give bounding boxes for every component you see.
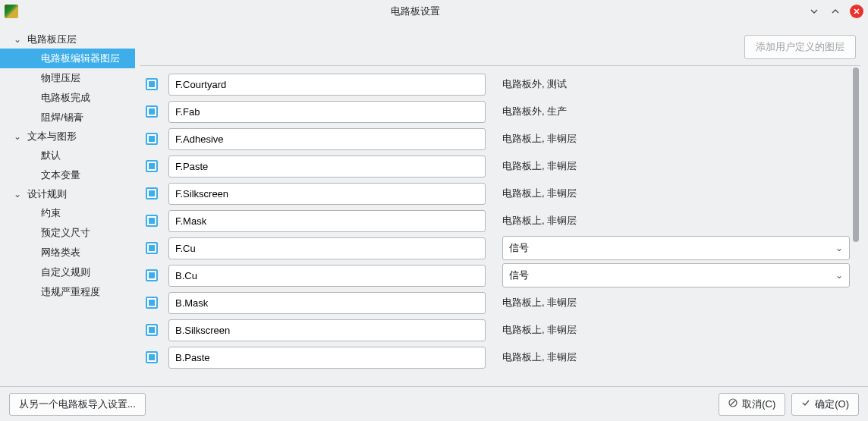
layer-name-input[interactable] (168, 265, 486, 287)
layer-description: 电路板上, 非铜层 (493, 350, 850, 364)
close-button[interactable] (850, 5, 863, 18)
checkbox-mark-icon (149, 190, 155, 196)
main-panel: 添加用户定义的图层 电路板外, 测试电路板外, 生产电路板上, 非铜层电路板上,… (135, 23, 868, 386)
layer-name-input[interactable] (168, 101, 486, 123)
chevron-down-icon: ⌄ (835, 243, 843, 253)
layer-name-input[interactable] (168, 183, 486, 205)
checkbox-mark-icon (149, 108, 155, 115)
window-title: 电路板设置 (23, 5, 807, 18)
layer-row: 电路板外, 生产 (140, 98, 860, 125)
ok-button[interactable]: 确定(O) (791, 393, 859, 416)
layer-description: 电路板上, 非铜层 (493, 323, 850, 337)
layer-type-select[interactable]: 信号⌄ (502, 236, 850, 260)
layer-description: 电路板上, 非铜层 (493, 296, 850, 309)
layer-name-input[interactable] (168, 292, 486, 314)
tree-item[interactable]: 阻焊/锡膏 (0, 108, 135, 127)
layer-name-input[interactable] (168, 210, 486, 232)
tree-group-label: 电路板压层 (27, 33, 77, 46)
layer-checkbox[interactable] (146, 160, 158, 172)
chevron-down-icon (810, 7, 819, 16)
checkbox-mark-icon (149, 300, 155, 306)
layer-type-select[interactable]: 信号⌄ (502, 263, 850, 287)
layer-checkbox[interactable] (146, 215, 158, 227)
checkbox-mark-icon (149, 136, 155, 142)
layer-name-input[interactable] (168, 156, 486, 178)
layer-row: 电路板外, 测试 (140, 71, 860, 98)
layer-checkbox[interactable] (146, 105, 158, 118)
tree-item[interactable]: 约束 (0, 203, 135, 223)
layer-description: 电路板外, 生产 (493, 105, 850, 118)
layer-row: 电路板上, 非铜层 (140, 207, 860, 234)
chevron-down-icon: ⌄ (14, 131, 24, 142)
layer-type-value: 信号 (509, 241, 529, 255)
tree-item[interactable]: 电路板完成 (0, 88, 135, 108)
window-buttons (807, 5, 863, 18)
layer-description: 电路板上, 非铜层 (493, 159, 850, 173)
minimize-button[interactable] (807, 5, 821, 18)
chevron-down-icon: ⌄ (14, 189, 24, 200)
cancel-icon (728, 398, 737, 410)
tree-item[interactable]: 电路板编辑器图层 (0, 49, 135, 68)
cancel-button[interactable]: 取消(C) (719, 393, 785, 416)
titlebar: 电路板设置 (0, 0, 868, 23)
tree-item[interactable]: 自定义规则 (0, 262, 135, 282)
checkbox-mark-icon (149, 218, 155, 224)
layer-description: 电路板外, 测试 (493, 77, 850, 91)
checkbox-mark-icon (149, 81, 155, 87)
layer-checkbox[interactable] (146, 297, 158, 309)
tree-group-header[interactable]: ⌄设计规则 (0, 185, 135, 203)
body: ⌄电路板压层电路板编辑器图层物理压层电路板完成阻焊/锡膏⌄文本与图形默认文本变量… (0, 23, 868, 386)
app-icon (5, 5, 18, 18)
layer-description: 电路板上, 非铜层 (493, 187, 850, 200)
tree-group-header[interactable]: ⌄文本与图形 (0, 127, 135, 146)
tree-item[interactable]: 预定义尺寸 (0, 223, 135, 243)
tree-item[interactable]: 物理压层 (0, 68, 135, 88)
layer-description: 电路板上, 非铜层 (493, 132, 850, 146)
layer-row: 电路板上, 非铜层 (140, 344, 860, 371)
footer: 从另一个电路板导入设置... 取消(C) 确定(O) (0, 386, 868, 421)
scrollbar[interactable] (851, 68, 860, 386)
layer-name-input[interactable] (168, 74, 486, 96)
layer-checkbox[interactable] (146, 187, 158, 200)
checkbox-mark-icon (149, 354, 155, 360)
import-settings-button[interactable]: 从另一个电路板导入设置... (9, 393, 146, 416)
svg-line-1 (731, 401, 735, 405)
maximize-button[interactable] (829, 5, 842, 18)
chevron-down-icon: ⌄ (835, 270, 843, 281)
tree-group-label: 设计规则 (27, 187, 67, 201)
tree-group-header[interactable]: ⌄电路板压层 (0, 30, 135, 49)
tree-item[interactable]: 文本变量 (0, 165, 135, 185)
layer-checkbox[interactable] (146, 133, 158, 145)
layers-list: 电路板外, 测试电路板外, 生产电路板上, 非铜层电路板上, 非铜层电路板上, … (140, 68, 860, 386)
tree-item[interactable]: 默认 (0, 146, 135, 165)
check-icon (801, 398, 810, 410)
layer-name-input[interactable] (168, 319, 486, 341)
layer-name-input[interactable] (168, 128, 486, 150)
layer-row: 电路板上, 非铜层 (140, 289, 860, 316)
layer-row: 电路板上, 非铜层 (140, 125, 860, 152)
layer-row: 信号⌄ (140, 234, 860, 262)
ok-label: 确定(O) (815, 397, 849, 411)
layer-name-input[interactable] (168, 347, 486, 369)
tree-item[interactable]: 网络类表 (0, 243, 135, 262)
layer-checkbox[interactable] (146, 242, 158, 254)
add-user-layer-button[interactable]: 添加用户定义的图层 (744, 35, 856, 59)
layer-description: 电路板上, 非铜层 (493, 214, 850, 228)
layer-checkbox[interactable] (146, 324, 158, 336)
cancel-label: 取消(C) (742, 397, 775, 411)
layer-name-input[interactable] (168, 237, 486, 259)
tree-item[interactable]: 违规严重程度 (0, 282, 135, 302)
checkbox-mark-icon (149, 327, 155, 333)
layer-row: 电路板上, 非铜层 (140, 316, 860, 344)
layer-type-value: 信号 (509, 269, 529, 282)
layer-checkbox[interactable] (146, 351, 158, 363)
sidebar: ⌄电路板压层电路板编辑器图层物理压层电路板完成阻焊/锡膏⌄文本与图形默认文本变量… (0, 23, 135, 386)
chevron-up-icon (831, 7, 840, 16)
checkbox-mark-icon (149, 245, 155, 251)
checkbox-mark-icon (149, 272, 155, 278)
layer-checkbox[interactable] (146, 78, 158, 90)
main-toolbar: 添加用户定义的图层 (140, 23, 860, 65)
layer-checkbox[interactable] (146, 269, 158, 281)
scrollbar-thumb[interactable] (853, 68, 859, 242)
layer-row: 信号⌄ (140, 262, 860, 289)
